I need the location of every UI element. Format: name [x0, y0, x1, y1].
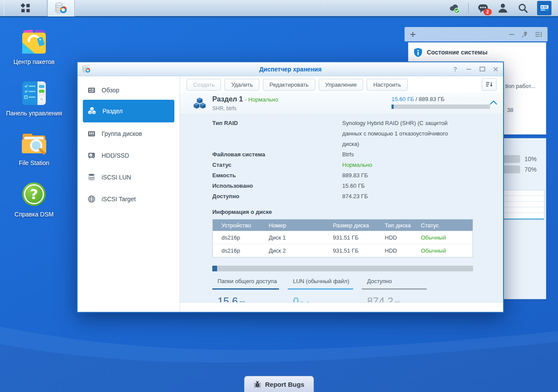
- window-minimize-button[interactable]: [466, 66, 472, 72]
- sidebar-item-disk-group[interactable]: Группа дисков: [83, 126, 174, 142]
- detail-value-filesystem: Btrfs: [342, 149, 464, 160]
- widgets-toggle-icon[interactable]: [537, 1, 551, 15]
- detail-label: Доступно: [212, 191, 342, 202]
- window-toolbar: Создать Удалить Редактировать Управление…: [180, 76, 503, 93]
- desktop-icon-control-panel[interactable]: Панель управления: [1, 80, 67, 118]
- manage-button[interactable]: Управление: [319, 79, 363, 91]
- iscsi-lun-icon: [87, 173, 96, 182]
- sidebar-item-volume[interactable]: Раздел: [83, 100, 174, 122]
- delete-button[interactable]: Удалить: [225, 79, 259, 91]
- notifications-icon[interactable]: 2: [477, 2, 489, 14]
- storage-manager-icon: [54, 2, 68, 15]
- sidebar-item-label: Раздел: [102, 108, 122, 115]
- configure-button[interactable]: Настроить: [367, 79, 408, 91]
- table-row[interactable]: ds216p Диск 2 931.51 ГБ HDD Обычный: [213, 244, 473, 257]
- taskbar: 2: [0, 0, 558, 17]
- package-center-icon: [21, 29, 47, 55]
- legend-available: Доступно 874.2ГБ: [362, 276, 427, 302]
- desktop: 2: [0, 0, 558, 392]
- volume-cubes-icon: [87, 106, 97, 116]
- col-device: Устройство: [213, 220, 260, 231]
- volume-used: 15.60 ГБ: [391, 96, 414, 102]
- window-close-button[interactable]: [493, 66, 499, 72]
- volume-usage-bar: [391, 105, 490, 109]
- window-titlebar[interactable]: Диспетчер хранения ?: [78, 62, 503, 76]
- sidebar-item-label: HDD/SSD: [102, 152, 129, 159]
- col-status: Статус: [412, 220, 473, 231]
- detail-value-available: 874.23 ГБ: [342, 191, 464, 202]
- system-health-title-row: Состояние системы: [408, 43, 546, 62]
- sidebar-item-overview[interactable]: Обзор: [83, 82, 174, 98]
- desktop-icon-label: Панель управления: [1, 109, 67, 118]
- detail-label: Использовано: [212, 181, 342, 191]
- overview-icon: [87, 86, 96, 95]
- dsm-help-icon: ?: [21, 181, 47, 207]
- disk-info-title: Информация о диске: [212, 209, 503, 215]
- add-widget-button[interactable]: +: [410, 30, 416, 39]
- window-maximize-button[interactable]: [479, 66, 485, 72]
- widget-pin-icon[interactable]: [521, 31, 528, 38]
- chevron-up-icon[interactable]: [490, 100, 497, 105]
- volume-name: Раздел 1: [212, 95, 243, 103]
- bug-icon: [254, 381, 261, 388]
- col-size: Размер диска: [324, 220, 376, 231]
- detail-label: Файловая система: [212, 149, 342, 160]
- widget-list-icon[interactable]: [535, 31, 542, 38]
- svg-text:?: ?: [30, 186, 38, 203]
- window-footer: [180, 302, 503, 312]
- create-button: Создать: [187, 79, 221, 91]
- volume-details: Тип RAID Synology Hybrid RAID (SHR) (С з…: [180, 115, 503, 202]
- volume-usage-text: 15.60 ГБ / 889.83 ГБ: [391, 96, 445, 102]
- window-help-button[interactable]: ?: [452, 66, 458, 72]
- taskbar-storage-manager-button[interactable]: [48, 0, 74, 16]
- usage-legend: Папки общего доступа 15.6ГБ LUN (обычный…: [212, 276, 503, 302]
- volume-panel: Раздел 1 - Нормально SHR, btrfs 15.60 ГБ…: [180, 93, 503, 302]
- disk-group-icon: [87, 129, 96, 138]
- detail-label: Тип RAID: [212, 118, 342, 149]
- user-account-icon[interactable]: [497, 2, 509, 14]
- main-menu-button[interactable]: [4, 0, 47, 16]
- volume-cubes-icon-large: [192, 96, 207, 111]
- desktop-icon-package-center[interactable]: Центр пакетов: [8, 29, 60, 66]
- detail-value-capacity: 889.83 ГБ: [342, 170, 464, 181]
- window-sidebar: Обзор: [78, 76, 180, 312]
- detail-value-used: 15.60 ГБ: [342, 181, 464, 191]
- detail-value-raid-type: Synology Hybrid RAID (SHR) (С защитой да…: [342, 118, 464, 149]
- volume-status: Нормально: [248, 96, 279, 103]
- edit-button[interactable]: Редактировать: [263, 79, 315, 91]
- sidebar-item-label: iSCSI Target: [102, 196, 136, 203]
- sidebar-item-iscsi-target[interactable]: iSCSI Target: [83, 191, 174, 207]
- volume-name-line: Раздел 1 - Нормально: [212, 95, 278, 103]
- control-panel-icon: [21, 80, 47, 106]
- sidebar-item-hdd-ssd[interactable]: HDD/SSD: [83, 148, 174, 163]
- sidebar-item-label: iSCSI LUN: [102, 174, 131, 181]
- volume-subtitle: SHR, btrfs: [212, 105, 236, 112]
- table-row[interactable]: ds216p Диск 1 931.51 ГБ HDD Обычный: [213, 231, 473, 244]
- legend-shared-folders: Папки общего доступа 15.6ГБ: [212, 276, 279, 302]
- health-text-fragment: tion работ...: [505, 83, 535, 89]
- cloud-sync-icon[interactable]: [448, 2, 460, 14]
- ram-usage-value: 70%: [524, 166, 537, 173]
- sidebar-item-iscsi-lun[interactable]: iSCSI LUN: [83, 169, 174, 185]
- search-icon[interactable]: [517, 2, 529, 14]
- sidebar-item-label: Группа дисков: [102, 130, 142, 137]
- taskbar-tray: 2: [448, 0, 558, 16]
- desktop-icon-file-station[interactable]: File Station: [8, 130, 60, 167]
- widget-minimize-icon[interactable]: [509, 31, 515, 37]
- space-usage-bar: [212, 266, 473, 271]
- detail-label: Статус: [212, 160, 342, 170]
- disk-info-table: Устройство Номер Размер диска Тип диска …: [212, 219, 473, 257]
- desktop-icon-dsm-help[interactable]: ? Справка DSM: [8, 181, 60, 219]
- file-station-icon: [21, 130, 47, 156]
- cpu-usage-value: 10%: [524, 155, 537, 163]
- detail-label: Емкость: [212, 170, 342, 181]
- app-grid-icon: [20, 3, 31, 14]
- hdd-icon: [87, 151, 96, 160]
- volume-header-row[interactable]: Раздел 1 - Нормально SHR, btrfs 15.60 ГБ…: [180, 93, 503, 115]
- report-bugs-button[interactable]: Report Bugs: [244, 376, 314, 392]
- col-type: Тип диска: [376, 220, 412, 231]
- desktop-icon-label: File Station: [8, 159, 60, 167]
- sort-icon: [485, 81, 493, 88]
- sort-button[interactable]: [482, 78, 497, 91]
- volume-total: 889.83 ГБ: [419, 96, 445, 102]
